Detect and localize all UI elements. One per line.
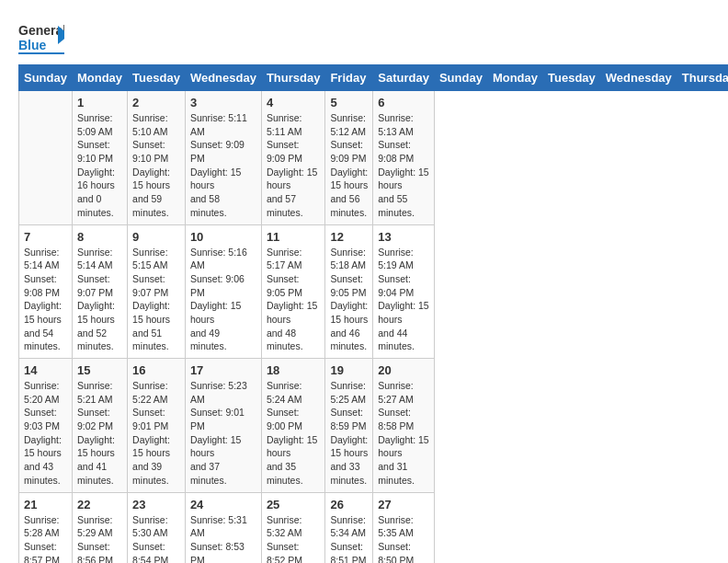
day-number: 4 — [267, 96, 321, 109]
calendar-cell: 24Sunrise: 5:31 AM Sunset: 8:53 PM Dayli… — [185, 492, 261, 563]
day-number: 14 — [24, 363, 67, 377]
day-info: Sunrise: 5:21 AM Sunset: 9:02 PM Dayligh… — [77, 379, 122, 488]
calendar-cell: 21Sunrise: 5:28 AM Sunset: 8:57 PM Dayli… — [19, 492, 73, 563]
svg-text:General: General — [18, 23, 64, 38]
calendar-cell: 23Sunrise: 5:30 AM Sunset: 8:54 PM Dayli… — [128, 492, 186, 563]
day-number: 13 — [378, 230, 429, 244]
day-number: 12 — [330, 230, 368, 244]
day-info: Sunrise: 5:35 AM Sunset: 8:50 PM Dayligh… — [378, 513, 429, 564]
calendar-cell: 5Sunrise: 5:12 AM Sunset: 9:09 PM Daylig… — [325, 91, 373, 225]
day-number: 7 — [24, 230, 67, 244]
calendar-cell: 18Sunrise: 5:24 AM Sunset: 9:00 PM Dayli… — [261, 359, 325, 493]
day-info: Sunrise: 5:31 AM Sunset: 8:53 PM Dayligh… — [190, 513, 256, 564]
calendar-header-thursday: Thursday — [261, 65, 325, 91]
calendar-header-friday: Friday — [325, 65, 373, 91]
day-number: 20 — [378, 363, 429, 377]
calendar-cell: 25Sunrise: 5:32 AM Sunset: 8:52 PM Dayli… — [261, 492, 325, 563]
day-info: Sunrise: 5:20 AM Sunset: 9:03 PM Dayligh… — [24, 379, 67, 488]
day-number: 17 — [190, 363, 256, 377]
calendar-week-row: 7Sunrise: 5:14 AM Sunset: 9:08 PM Daylig… — [19, 224, 729, 359]
calendar-header-sunday: Sunday — [434, 65, 487, 91]
day-info: Sunrise: 5:25 AM Sunset: 8:59 PM Dayligh… — [330, 379, 368, 488]
day-number: 23 — [132, 498, 180, 511]
calendar-cell: 13Sunrise: 5:19 AM Sunset: 9:04 PM Dayli… — [373, 224, 435, 359]
day-info: Sunrise: 5:28 AM Sunset: 8:57 PM Dayligh… — [24, 513, 67, 564]
calendar-header-row: SundayMondayTuesdayWednesdayThursdayFrid… — [19, 65, 729, 91]
calendar-cell: 20Sunrise: 5:27 AM Sunset: 8:58 PM Dayli… — [373, 359, 435, 493]
logo-icon: General Blue — [18, 18, 64, 55]
day-number: 21 — [24, 498, 67, 511]
calendar-header-monday: Monday — [72, 65, 127, 91]
day-number: 18 — [267, 363, 321, 377]
calendar-cell: 16Sunrise: 5:22 AM Sunset: 9:01 PM Dayli… — [128, 359, 186, 493]
svg-text:Blue: Blue — [18, 38, 47, 52]
calendar-cell: 26Sunrise: 5:34 AM Sunset: 8:51 PM Dayli… — [325, 492, 373, 563]
day-number: 5 — [330, 96, 368, 109]
day-info: Sunrise: 5:30 AM Sunset: 8:54 PM Dayligh… — [132, 513, 180, 564]
calendar-header-thursday: Thursday — [677, 65, 728, 91]
day-info: Sunrise: 5:11 AM Sunset: 9:09 PM Dayligh… — [190, 111, 256, 220]
calendar-cell: 15Sunrise: 5:21 AM Sunset: 9:02 PM Dayli… — [72, 359, 127, 493]
day-number: 9 — [132, 230, 180, 244]
calendar-week-row: 1Sunrise: 5:09 AM Sunset: 9:10 PM Daylig… — [19, 91, 729, 225]
calendar-week-row: 21Sunrise: 5:28 AM Sunset: 8:57 PM Dayli… — [19, 492, 729, 563]
calendar-header-monday: Monday — [487, 65, 542, 91]
calendar-cell: 3Sunrise: 5:11 AM Sunset: 9:09 PM Daylig… — [185, 91, 261, 225]
calendar-table: SundayMondayTuesdayWednesdayThursdayFrid… — [18, 64, 728, 563]
day-number: 3 — [190, 96, 256, 109]
calendar-header-tuesday: Tuesday — [543, 65, 601, 91]
calendar-cell: 1Sunrise: 5:09 AM Sunset: 9:10 PM Daylig… — [72, 91, 127, 225]
day-info: Sunrise: 5:34 AM Sunset: 8:51 PM Dayligh… — [330, 513, 368, 564]
day-info: Sunrise: 5:13 AM Sunset: 9:08 PM Dayligh… — [378, 111, 429, 220]
day-info: Sunrise: 5:10 AM Sunset: 9:10 PM Dayligh… — [132, 111, 180, 220]
day-info: Sunrise: 5:32 AM Sunset: 8:52 PM Dayligh… — [267, 513, 321, 564]
calendar-header-tuesday: Tuesday — [128, 65, 186, 91]
calendar-cell: 9Sunrise: 5:15 AM Sunset: 9:07 PM Daylig… — [128, 224, 186, 359]
day-info: Sunrise: 5:23 AM Sunset: 9:01 PM Dayligh… — [190, 379, 256, 488]
day-number: 1 — [77, 96, 122, 109]
day-number: 10 — [190, 230, 256, 244]
day-number: 25 — [267, 498, 321, 511]
day-info: Sunrise: 5:24 AM Sunset: 9:00 PM Dayligh… — [267, 379, 321, 488]
calendar-cell: 12Sunrise: 5:18 AM Sunset: 9:05 PM Dayli… — [325, 224, 373, 359]
day-info: Sunrise: 5:15 AM Sunset: 9:07 PM Dayligh… — [132, 246, 180, 354]
calendar-header-sunday: Sunday — [19, 65, 73, 91]
day-info: Sunrise: 5:14 AM Sunset: 9:08 PM Dayligh… — [24, 246, 67, 354]
calendar-cell: 8Sunrise: 5:14 AM Sunset: 9:07 PM Daylig… — [72, 224, 127, 359]
day-info: Sunrise: 5:29 AM Sunset: 8:56 PM Dayligh… — [77, 513, 122, 564]
day-info: Sunrise: 5:11 AM Sunset: 9:09 PM Dayligh… — [267, 111, 321, 220]
calendar-cell: 14Sunrise: 5:20 AM Sunset: 9:03 PM Dayli… — [19, 359, 73, 493]
day-number: 26 — [330, 498, 368, 511]
day-number: 2 — [132, 96, 180, 109]
day-number: 6 — [378, 96, 429, 109]
calendar-cell: 17Sunrise: 5:23 AM Sunset: 9:01 PM Dayli… — [185, 359, 261, 493]
day-number: 8 — [77, 230, 122, 244]
day-info: Sunrise: 5:09 AM Sunset: 9:10 PM Dayligh… — [77, 111, 122, 220]
day-number: 22 — [77, 498, 122, 511]
day-number: 24 — [190, 498, 256, 511]
calendar-header-saturday: Saturday — [373, 65, 435, 91]
calendar-week-row: 14Sunrise: 5:20 AM Sunset: 9:03 PM Dayli… — [19, 359, 729, 493]
calendar-cell: 6Sunrise: 5:13 AM Sunset: 9:08 PM Daylig… — [373, 91, 435, 225]
calendar-cell: 2Sunrise: 5:10 AM Sunset: 9:10 PM Daylig… — [128, 91, 186, 225]
calendar-cell: 11Sunrise: 5:17 AM Sunset: 9:05 PM Dayli… — [261, 224, 325, 359]
logo: General Blue — [18, 18, 64, 55]
calendar-cell — [19, 91, 73, 225]
calendar-cell: 4Sunrise: 5:11 AM Sunset: 9:09 PM Daylig… — [261, 91, 325, 225]
day-number: 16 — [132, 363, 180, 377]
calendar-cell: 10Sunrise: 5:16 AM Sunset: 9:06 PM Dayli… — [185, 224, 261, 359]
day-info: Sunrise: 5:22 AM Sunset: 9:01 PM Dayligh… — [132, 379, 180, 488]
day-number: 11 — [267, 230, 321, 244]
calendar-cell: 7Sunrise: 5:14 AM Sunset: 9:08 PM Daylig… — [19, 224, 73, 359]
calendar-cell: 22Sunrise: 5:29 AM Sunset: 8:56 PM Dayli… — [72, 492, 127, 563]
day-number: 15 — [77, 363, 122, 377]
day-info: Sunrise: 5:16 AM Sunset: 9:06 PM Dayligh… — [190, 246, 256, 354]
calendar-cell: 19Sunrise: 5:25 AM Sunset: 8:59 PM Dayli… — [325, 359, 373, 493]
calendar-cell: 27Sunrise: 5:35 AM Sunset: 8:50 PM Dayli… — [373, 492, 435, 563]
calendar-header-wednesday: Wednesday — [185, 65, 261, 91]
day-info: Sunrise: 5:18 AM Sunset: 9:05 PM Dayligh… — [330, 246, 368, 354]
day-info: Sunrise: 5:19 AM Sunset: 9:04 PM Dayligh… — [378, 246, 429, 354]
day-info: Sunrise: 5:27 AM Sunset: 8:58 PM Dayligh… — [378, 379, 429, 488]
svg-rect-3 — [18, 52, 64, 54]
page-header: General Blue — [18, 18, 710, 55]
